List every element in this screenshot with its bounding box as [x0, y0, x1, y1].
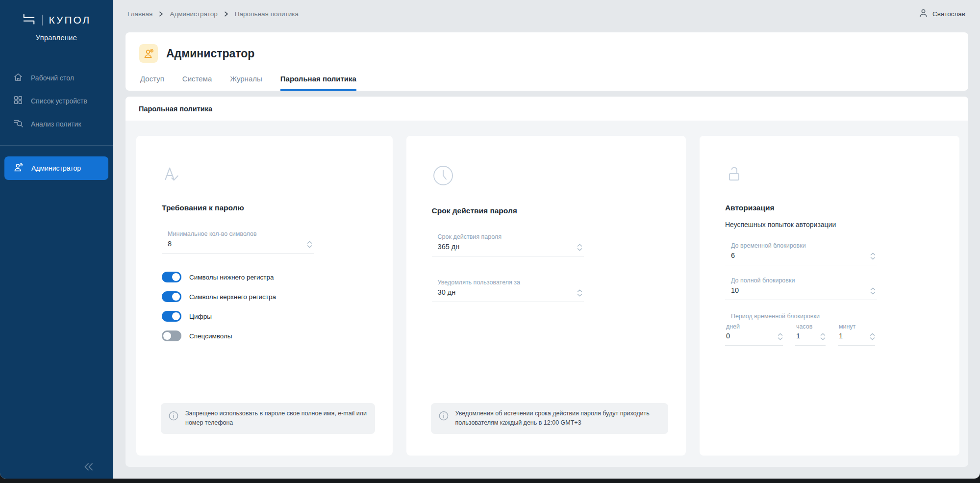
- title-panel: Администратор Доступ Система Журналы Пар…: [126, 32, 968, 91]
- field-value: 30 дн: [438, 288, 569, 297]
- tabs: Доступ Система Журналы Парольная политик…: [139, 75, 955, 91]
- stepper: [577, 289, 582, 297]
- min-length-field[interactable]: Минимальное кол-во символов 8: [162, 230, 314, 254]
- field-value: 6: [731, 252, 862, 260]
- toggle-label: Символы верхнего регистра: [189, 293, 276, 301]
- sidebar-divider: [0, 145, 113, 146]
- stepper-up-icon[interactable]: [577, 289, 582, 292]
- stepper-up-icon[interactable]: [307, 241, 312, 244]
- sidebar-item-policy-analysis[interactable]: Анализ политик: [0, 112, 113, 135]
- stepper-up-icon[interactable]: [870, 253, 876, 255]
- field-label: дней: [726, 323, 773, 330]
- requirement-toggles: Символы нижнего регистра Символы верхнег…: [162, 267, 375, 346]
- lockout-period-label: Период временной блокировки: [725, 313, 942, 320]
- stepper-down-icon[interactable]: [577, 248, 582, 251]
- notify-days-field[interactable]: Уведомлять пользователя за 30 дн: [432, 279, 584, 302]
- field-value: 8: [168, 240, 299, 249]
- tab-access[interactable]: Доступ: [140, 75, 164, 91]
- stepper-up-icon[interactable]: [577, 244, 582, 247]
- toggle-label: Символы нижнего регистра: [189, 274, 274, 281]
- password-policy-section: Парольная политика Требования к паролю М…: [126, 97, 968, 467]
- stepper-down-icon[interactable]: [870, 292, 876, 295]
- lock-open-icon: [725, 164, 942, 184]
- toggle-row-digits: Цифры: [162, 306, 375, 326]
- field-label: минут: [839, 323, 865, 330]
- toggle-label: Цифры: [189, 313, 212, 320]
- breadcrumb-password-policy: Парольная политика: [235, 10, 299, 18]
- sidebar-collapse-button[interactable]: [82, 463, 95, 471]
- clock-icon: [432, 164, 668, 187]
- brand-divider: [42, 15, 43, 25]
- info-box: Уведомления об истечении срока действия …: [431, 403, 668, 434]
- brand-name: КУПОЛ: [49, 14, 91, 26]
- lockout-minutes-field[interactable]: минут 1: [838, 323, 875, 346]
- lockout-hours-field[interactable]: часов 1: [795, 323, 826, 346]
- field-value: 365 дн: [438, 243, 569, 252]
- stepper-down-icon[interactable]: [870, 337, 875, 340]
- tab-password-policy[interactable]: Парольная политика: [280, 75, 356, 91]
- breadcrumb-home[interactable]: Главная: [127, 10, 152, 18]
- field-label: До временной блокировки: [731, 242, 862, 249]
- sidebar-item-label: Администратор: [31, 164, 81, 172]
- field-label: Срок действия пароля: [438, 233, 569, 240]
- user-icon: [919, 8, 928, 19]
- stepper-up-icon[interactable]: [820, 333, 826, 336]
- stepper-up-icon[interactable]: [778, 333, 783, 336]
- breadcrumb-administrator[interactable]: Администратор: [170, 10, 217, 18]
- sidebar-item-label: Рабочий стол: [31, 74, 74, 82]
- main-area: Главная Администратор Парольная политика: [113, 0, 980, 479]
- breadcrumb: Главная Администратор Парольная политика: [127, 10, 299, 18]
- administrator-page-icon: [139, 44, 158, 63]
- sidebar-nav: Рабочий стол Список устройств: [0, 66, 113, 180]
- sidebar-item-desktop[interactable]: Рабочий стол: [0, 66, 113, 89]
- expiry-days-field[interactable]: Срок действия пароля 365 дн: [432, 233, 584, 256]
- stepper: [820, 333, 826, 340]
- card-title: Авторизация: [725, 203, 942, 212]
- sidebar-item-label: Анализ политик: [31, 120, 81, 128]
- field-value: 1: [796, 332, 816, 341]
- special-chars-toggle[interactable]: [162, 330, 181, 341]
- stepper: [870, 287, 876, 295]
- home-icon: [13, 72, 23, 83]
- card-authorization: Авторизация Неуспешных попыток авторизац…: [700, 136, 959, 456]
- lockout-days-field[interactable]: дней 0: [725, 323, 783, 346]
- digits-toggle[interactable]: [162, 311, 181, 322]
- stepper-down-icon[interactable]: [307, 245, 312, 248]
- toggle-row-uppercase: Символы верхнего регистра: [162, 287, 375, 306]
- app-window: КУПОЛ Управление Рабочий стол: [0, 0, 980, 479]
- info-text: Уведомления об истечении срока действия …: [455, 409, 660, 428]
- info-icon: [438, 410, 449, 421]
- chevron-right-icon: [159, 11, 163, 17]
- field-value: 1: [839, 332, 865, 341]
- stepper-down-icon[interactable]: [870, 257, 876, 260]
- uppercase-toggle[interactable]: [162, 291, 181, 302]
- card-password-requirements: Требования к паролю Минимальное кол-во с…: [136, 136, 393, 456]
- field-label: Уведомлять пользователя за: [438, 279, 569, 286]
- sidebar-item-devices[interactable]: Список устройств: [0, 89, 113, 112]
- double-chevron-left-icon: [82, 463, 95, 471]
- toggle-label: Спецсимволы: [189, 332, 232, 340]
- stepper-down-icon[interactable]: [577, 294, 582, 297]
- stepper-down-icon[interactable]: [778, 337, 783, 340]
- stepper-up-icon[interactable]: [870, 287, 876, 290]
- tab-system[interactable]: Система: [182, 75, 212, 91]
- stepper-down-icon[interactable]: [820, 337, 826, 340]
- full-lock-field[interactable]: До полной блокировки 10: [725, 277, 877, 300]
- card-subtitle: Неуспешных попыток авторизации: [725, 221, 942, 229]
- user-name: Святослав: [932, 10, 965, 18]
- temp-lock-field[interactable]: До временной блокировки 6: [725, 242, 877, 265]
- card-password-expiry: Срок действия пароля Срок действия парол…: [406, 136, 686, 456]
- policy-search-icon: [13, 118, 23, 129]
- user-menu[interactable]: Святослав: [919, 8, 965, 19]
- sidebar: КУПОЛ Управление Рабочий стол: [0, 0, 113, 479]
- stepper: [870, 333, 875, 340]
- sidebar-item-administrator[interactable]: Администратор: [4, 156, 108, 180]
- stepper-up-icon[interactable]: [870, 333, 875, 336]
- field-label: До полной блокировки: [731, 277, 862, 284]
- tab-journals[interactable]: Журналы: [230, 75, 262, 91]
- info-text: Запрещено использовать в пароле свое пол…: [185, 409, 367, 428]
- lowercase-toggle[interactable]: [162, 272, 181, 282]
- cards-row: Требования к паролю Минимальное кол-во с…: [126, 121, 968, 467]
- stepper: [870, 253, 876, 260]
- card-title: Требования к паролю: [162, 203, 375, 212]
